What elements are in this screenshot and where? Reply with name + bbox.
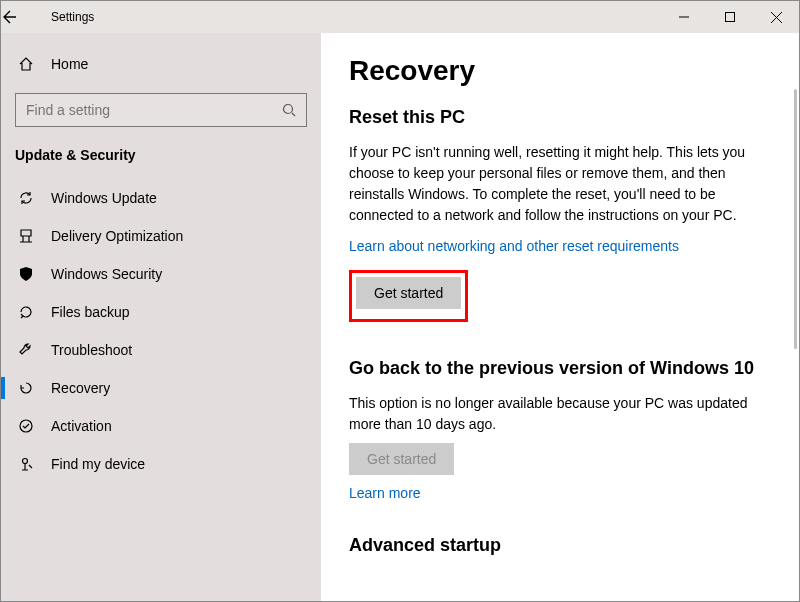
wrench-icon	[15, 342, 37, 358]
maximize-button[interactable]	[707, 1, 753, 33]
goback-description: This option is no longer available becau…	[349, 393, 771, 435]
sidebar-item-delivery-optimization[interactable]: Delivery Optimization	[1, 217, 321, 255]
search-input[interactable]	[15, 93, 307, 127]
sidebar-item-windows-update[interactable]: Windows Update	[1, 179, 321, 217]
activation-icon	[15, 418, 37, 434]
reset-description: If your PC isn't running well, resetting…	[349, 142, 771, 226]
advanced-heading: Advanced startup	[349, 535, 771, 556]
svg-point-1	[284, 105, 293, 114]
recovery-icon	[15, 380, 37, 396]
page-title: Recovery	[349, 55, 771, 87]
search-icon	[282, 103, 296, 117]
scrollbar[interactable]	[794, 89, 797, 349]
sidebar-item-activation[interactable]: Activation	[1, 407, 321, 445]
sidebar-item-recovery[interactable]: Recovery	[1, 369, 321, 407]
find-device-icon	[15, 456, 37, 472]
back-button[interactable]	[1, 9, 45, 25]
svg-rect-0	[726, 13, 735, 22]
goback-heading: Go back to the previous version of Windo…	[349, 358, 771, 379]
sidebar-home-label: Home	[51, 56, 88, 72]
sidebar-item-label: Recovery	[51, 380, 110, 396]
titlebar: Settings	[1, 1, 799, 33]
sidebar-item-label: Windows Update	[51, 190, 157, 206]
main-content: Recovery Reset this PC If your PC isn't …	[321, 33, 799, 601]
settings-window: Settings Home Update & Security Windows …	[0, 0, 800, 602]
svg-point-2	[20, 420, 32, 432]
sidebar-item-label: Find my device	[51, 456, 145, 472]
goback-get-started-button: Get started	[349, 443, 454, 475]
sidebar-category: Update & Security	[1, 141, 321, 179]
sidebar-home[interactable]: Home	[1, 43, 321, 85]
reset-heading: Reset this PC	[349, 107, 771, 128]
sidebar-item-troubleshoot[interactable]: Troubleshoot	[1, 331, 321, 369]
highlight-annotation: Get started	[349, 270, 468, 322]
delivery-icon	[15, 228, 37, 244]
close-icon	[771, 12, 782, 23]
sidebar-item-label: Activation	[51, 418, 112, 434]
sidebar-item-label: Windows Security	[51, 266, 162, 282]
backup-icon	[15, 304, 37, 320]
sidebar-item-files-backup[interactable]: Files backup	[1, 293, 321, 331]
window-title: Settings	[51, 10, 94, 24]
sidebar-item-find-my-device[interactable]: Find my device	[1, 445, 321, 483]
close-button[interactable]	[753, 1, 799, 33]
minimize-icon	[679, 12, 689, 22]
search-field[interactable]	[26, 102, 282, 118]
home-icon	[15, 56, 37, 72]
shield-icon	[15, 266, 37, 282]
sidebar-item-windows-security[interactable]: Windows Security	[1, 255, 321, 293]
goback-learn-more-link[interactable]: Learn more	[349, 485, 421, 501]
maximize-icon	[725, 12, 735, 22]
reset-link[interactable]: Learn about networking and other reset r…	[349, 238, 679, 254]
sidebar: Home Update & Security Windows Update De…	[1, 33, 321, 601]
svg-point-3	[23, 459, 28, 464]
reset-get-started-button[interactable]: Get started	[356, 277, 461, 309]
arrow-left-icon	[1, 9, 17, 25]
sidebar-item-label: Files backup	[51, 304, 130, 320]
sidebar-item-label: Troubleshoot	[51, 342, 132, 358]
sync-icon	[15, 190, 37, 206]
sidebar-item-label: Delivery Optimization	[51, 228, 183, 244]
minimize-button[interactable]	[661, 1, 707, 33]
